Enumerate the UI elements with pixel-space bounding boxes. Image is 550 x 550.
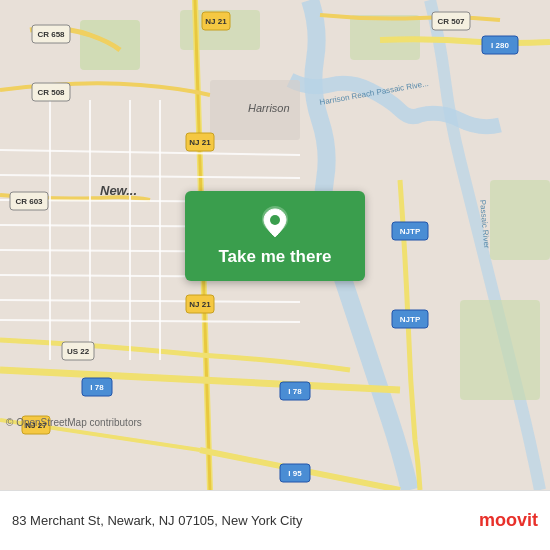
svg-text:I 280: I 280 <box>491 41 509 50</box>
button-overlay: Take me there <box>185 191 365 281</box>
svg-text:CR 603: CR 603 <box>15 197 43 206</box>
svg-text:NJTP: NJTP <box>400 315 421 324</box>
svg-text:NJTP: NJTP <box>400 227 421 236</box>
svg-rect-5 <box>490 180 550 260</box>
svg-point-59 <box>270 215 280 225</box>
moovit-logo-text: moovit <box>479 510 538 531</box>
osm-text: © OpenStreetMap contributors <box>6 417 142 428</box>
svg-text:NJ 21: NJ 21 <box>189 138 211 147</box>
take-me-there-label: Take me there <box>218 247 331 267</box>
svg-rect-4 <box>460 300 540 400</box>
take-me-there-button[interactable]: Take me there <box>185 191 365 281</box>
svg-text:NJ 21: NJ 21 <box>189 300 211 309</box>
svg-text:CR 658: CR 658 <box>37 30 65 39</box>
svg-text:CR 508: CR 508 <box>37 88 65 97</box>
address-text: 83 Merchant St, Newark, NJ 07105, New Yo… <box>12 513 479 528</box>
svg-text:I 95: I 95 <box>288 469 302 478</box>
svg-text:CR 507: CR 507 <box>437 17 465 26</box>
svg-text:US 22: US 22 <box>67 347 90 356</box>
moovit-logo: moovit <box>479 510 538 531</box>
location-pin-icon <box>257 205 293 241</box>
map: CR 658 CR 508 CR 507 CR 603 I 280 NJ 21 … <box>0 0 550 490</box>
bottom-bar: 83 Merchant St, Newark, NJ 07105, New Yo… <box>0 490 550 550</box>
svg-text:New...: New... <box>100 183 137 198</box>
svg-text:Harrison: Harrison <box>248 102 290 114</box>
osm-attribution: © OpenStreetMap contributors <box>6 417 142 428</box>
svg-text:I 78: I 78 <box>288 387 302 396</box>
svg-text:I 78: I 78 <box>90 383 104 392</box>
svg-text:NJ 21: NJ 21 <box>205 17 227 26</box>
